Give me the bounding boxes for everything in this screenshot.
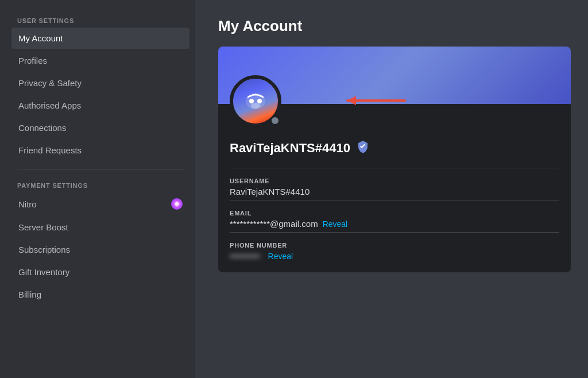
email-field-section: EMAIL ************@gmail.com Reveal xyxy=(230,200,559,229)
phone-label: PHONE NUMBER xyxy=(230,242,559,249)
profile-display-name: RaviTejaKNTS#4410 xyxy=(230,141,350,156)
email-label: EMAIL xyxy=(230,210,559,217)
sidebar-item-label: Privacy & Safety xyxy=(18,78,82,88)
sidebar-divider xyxy=(17,169,184,169)
phone-reveal-button[interactable]: Reveal xyxy=(268,252,293,261)
svg-point-7 xyxy=(251,103,260,109)
phone-field-section: PHONE NUMBER •••••••••• Reveal xyxy=(230,232,559,261)
username-field-section: USERNAME RaviTejaKNTS#4410 xyxy=(230,168,559,196)
phone-masked: •••••••••• xyxy=(230,251,260,261)
sidebar-item-billing[interactable]: Billing xyxy=(11,284,189,305)
sidebar-item-label: Friend Requests xyxy=(18,145,82,155)
svg-point-9 xyxy=(260,95,262,97)
sidebar-item-profiles[interactable]: Profiles xyxy=(11,50,189,71)
svg-point-10 xyxy=(255,94,256,95)
sidebar-item-label: Authorised Apps xyxy=(18,101,81,110)
sidebar-item-label: Profiles xyxy=(18,56,47,65)
avatar-wrapper xyxy=(230,75,281,127)
sidebar-item-nitro[interactable]: Nitro xyxy=(11,192,189,215)
sidebar-item-friend-requests[interactable]: Friend Requests xyxy=(11,140,189,161)
svg-point-1 xyxy=(175,202,179,206)
sidebar-item-label: My Account xyxy=(18,33,63,43)
sidebar-item-label: Connections xyxy=(18,123,66,133)
phone-value: •••••••••• Reveal xyxy=(230,251,559,261)
svg-point-8 xyxy=(250,95,252,97)
page-title: My Account xyxy=(218,17,571,35)
sidebar-item-subscriptions[interactable]: Subscriptions xyxy=(11,239,189,260)
avatar-status xyxy=(270,115,280,126)
sidebar-item-my-account[interactable]: My Account xyxy=(11,28,189,49)
sidebar-item-authorised-apps[interactable]: Authorised Apps xyxy=(11,95,189,116)
user-settings-label: USER SETTINGS xyxy=(11,17,189,24)
sidebar-item-label: Subscriptions xyxy=(18,245,70,254)
sidebar-item-label: Nitro xyxy=(18,199,37,209)
profile-info-area: RaviTejaKNTS#4410 USERNAME RaviTejaKNTS#… xyxy=(218,104,571,272)
nitro-badge xyxy=(356,140,370,156)
payment-settings-label: PAYMENT SETTINGS xyxy=(11,182,189,189)
sidebar-item-gift-inventory[interactable]: Gift Inventory xyxy=(11,261,189,283)
main-content: My Account xyxy=(195,0,588,378)
sidebar-item-server-boost[interactable]: Server Boost xyxy=(11,217,189,238)
email-reveal-button[interactable]: Reveal xyxy=(323,219,348,229)
sidebar-item-label: Server Boost xyxy=(18,222,68,232)
email-value: ************@gmail.com Reveal xyxy=(230,219,559,229)
sidebar-item-label: Billing xyxy=(18,290,41,299)
svg-point-5 xyxy=(249,99,254,103)
sidebar-item-connections[interactable]: Connections xyxy=(11,117,189,138)
nitro-icon xyxy=(171,198,183,210)
profile-card: RaviTejaKNTS#4410 USERNAME RaviTejaKNTS#… xyxy=(218,47,571,272)
svg-point-6 xyxy=(257,99,262,103)
username-label: USERNAME xyxy=(230,178,559,184)
username-value: RaviTejaKNTS#4410 xyxy=(230,187,559,196)
sidebar-item-privacy-safety[interactable]: Privacy & Safety xyxy=(11,72,189,94)
sidebar: USER SETTINGS My Account Profiles Privac… xyxy=(0,0,195,378)
sidebar-item-label: Gift Inventory xyxy=(18,267,69,277)
